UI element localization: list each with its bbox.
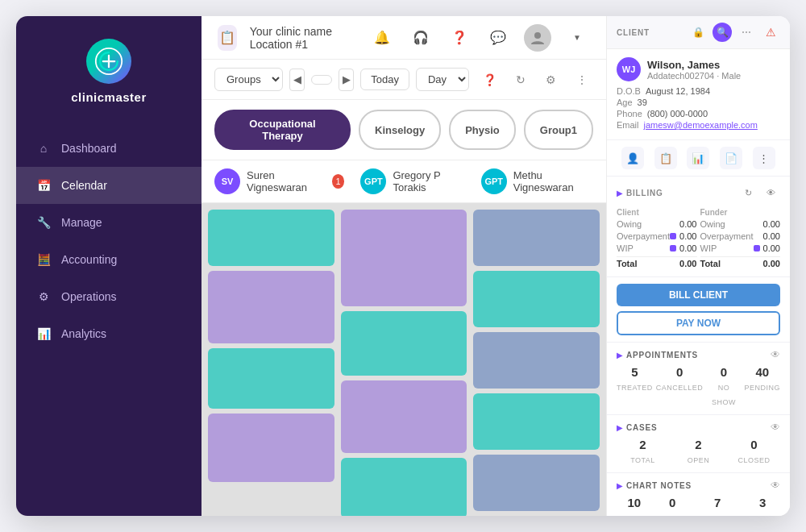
lock-icon[interactable]: 🔒 (688, 23, 708, 42)
cal-block[interactable] (341, 210, 467, 306)
client-action-1[interactable]: 👤 (621, 147, 644, 169)
stat-notes-open: 0 OPEN (654, 496, 690, 516)
calendar-area: Groups ◀ ▶ Today Day ❓ ↻ ⚙ ⋮ Occupationa… (202, 60, 606, 516)
client-action-4[interactable]: 📄 (720, 147, 742, 169)
chevron-down-icon[interactable]: ▼ (564, 25, 590, 51)
chart-notes-eye-icon[interactable]: 👁 (771, 480, 780, 491)
billing-total-client-row: Total 0.00 (617, 256, 697, 270)
wip-client-value: 0.00 (679, 243, 696, 253)
date-display (311, 75, 332, 85)
more-icon[interactable]: ⋮ (571, 69, 593, 91)
day-select[interactable]: Day (416, 68, 469, 91)
wip-funder-value: 0.00 (763, 243, 780, 253)
badge-sv: 1 (332, 174, 345, 189)
provider-gpt1[interactable]: GPT Gregory P Torakis (360, 168, 464, 194)
pending-value: 40 (744, 365, 780, 379)
appointments-title: APPOINTMENTS (626, 351, 698, 360)
help-button[interactable]: ❓ (447, 25, 472, 51)
sidebar-nav: ⌂ Dashboard 📅 Celendar 🔧 Manage 🧮 Accoun… (16, 123, 202, 516)
settings-icon[interactable]: ⚙ (540, 69, 563, 91)
client-info: WJ Wilson, James Addatech002704 · Male D… (607, 49, 790, 140)
sidebar-item-analytics[interactable]: 📊 Analytics (16, 315, 202, 352)
search-icon[interactable]: 🔍 (713, 23, 732, 42)
cal-block[interactable] (473, 393, 600, 450)
cal-block[interactable] (208, 271, 334, 343)
stat-cases-total: 2 TOTAL (617, 438, 669, 466)
cal-block[interactable] (473, 455, 600, 511)
cal-block[interactable] (473, 332, 600, 389)
cases-title-row: ▶ CASES (617, 423, 657, 432)
cal-block[interactable] (473, 271, 600, 327)
client-action-3[interactable]: 📊 (687, 147, 709, 169)
calendar-column-1 (208, 210, 334, 516)
provider-sv[interactable]: SV Suren Vigneswaran 1 (214, 168, 344, 194)
avatar-button[interactable] (524, 24, 551, 52)
stat-pending: 40 PENDING (744, 365, 780, 408)
tab-kinselogy[interactable]: Kinselogy (359, 110, 441, 150)
cases-open-value: 2 (672, 438, 725, 451)
refresh-icon[interactable]: ↻ (509, 69, 532, 91)
client-action-2[interactable]: 📋 (654, 147, 677, 169)
refresh-billing-icon[interactable]: ↻ (738, 183, 758, 202)
sidebar-label-manage: Manage (61, 216, 102, 229)
tab-group1[interactable]: Group1 (524, 110, 593, 150)
sidebar-item-dashboard[interactable]: ⌂ Dashboard (16, 130, 202, 167)
cal-block[interactable] (208, 210, 334, 266)
appointments-header: ▶ APPOINTMENTS 👁 (617, 349, 780, 360)
billing-total-funder-row: Total 0.00 (700, 256, 781, 270)
cases-open-label: OPEN (688, 456, 710, 464)
billing-icons: ↻ 👁 (738, 183, 780, 202)
billing-title: BILLING (626, 189, 663, 197)
help-circle-icon[interactable]: ❓ (479, 69, 501, 91)
sidebar-item-calendar[interactable]: 📅 Celendar (16, 167, 202, 204)
tab-occupational-therapy[interactable]: Occupational Therapy (214, 110, 351, 150)
next-button[interactable]: ▶ (339, 69, 354, 91)
appointments-eye-icon[interactable]: 👁 (771, 349, 780, 360)
tab-physio[interactable]: Physio (449, 110, 516, 150)
clinic-name: Your clinic name Location #1 (250, 25, 356, 51)
billing-wip-funder-row: WIP 0.00 (700, 243, 781, 254)
prev-button[interactable]: ◀ (289, 69, 305, 91)
wip-client-label: WIP (617, 243, 634, 253)
cases-closed-label: CLOSED (737, 456, 770, 464)
chart-notes-title-row: ▶ CHART NOTES (617, 481, 692, 490)
sidebar-item-manage[interactable]: 🔧 Manage (16, 204, 202, 241)
client-dob: August 12, 1984 (646, 86, 710, 96)
notification-button[interactable]: 🔔 (369, 25, 395, 51)
cal-block[interactable] (341, 458, 467, 516)
cal-block[interactable] (208, 348, 334, 409)
cases-stats: 2 TOTAL 2 OPEN 0 CLOSED (617, 438, 780, 466)
appointments-title-row: ▶ APPOINTMENTS (617, 351, 698, 360)
stat-notes-signed-off: 3 SIGNED OFF (746, 496, 781, 516)
cases-total-value: 2 (617, 438, 669, 451)
client-email[interactable]: jamesw@demoexample.com (644, 120, 758, 130)
provider-gpt2[interactable]: GPT Methu Vigneswaran (481, 168, 593, 194)
groups-select[interactable]: Groups (214, 68, 283, 91)
overpayment-client-label: Overpayment (617, 231, 670, 241)
sidebar-item-operations[interactable]: ⚙ Operations (16, 278, 202, 315)
bill-client-button[interactable]: BILL CLIENT (617, 284, 780, 306)
wip-funder-label: WIP (700, 243, 717, 253)
client-action-more[interactable]: ⋮ (753, 147, 775, 169)
pay-now-button[interactable]: PAY NOW (617, 311, 780, 335)
cal-block[interactable] (341, 380, 467, 453)
client-section-label: CLIENT (617, 28, 650, 37)
chat-button[interactable]: 💬 (485, 25, 511, 51)
overpayment-client-value: 0.00 (679, 231, 696, 241)
accounting-icon: 🧮 (35, 251, 52, 268)
cases-eye-icon[interactable]: 👁 (771, 422, 780, 433)
eye-billing-icon[interactable]: 👁 (761, 183, 780, 202)
sidebar-label-analytics: Analytics (61, 327, 106, 340)
cal-block[interactable] (341, 311, 467, 376)
today-button[interactable]: Today (360, 69, 409, 90)
wip-funder-dot (754, 245, 760, 251)
cal-block[interactable] (473, 210, 600, 266)
stat-treated: 5 TREATED (617, 365, 653, 408)
client-email-row: Email jamesw@demoexample.com (617, 120, 780, 130)
cal-block[interactable] (208, 414, 334, 482)
calendar-icon: 📅 (35, 177, 52, 193)
more-options-icon[interactable]: ⋯ (737, 23, 756, 42)
billing-client-header: Client (617, 207, 697, 218)
sidebar-item-accounting[interactable]: 🧮 Accounting (16, 241, 202, 278)
headset-button[interactable]: 🎧 (408, 25, 434, 51)
